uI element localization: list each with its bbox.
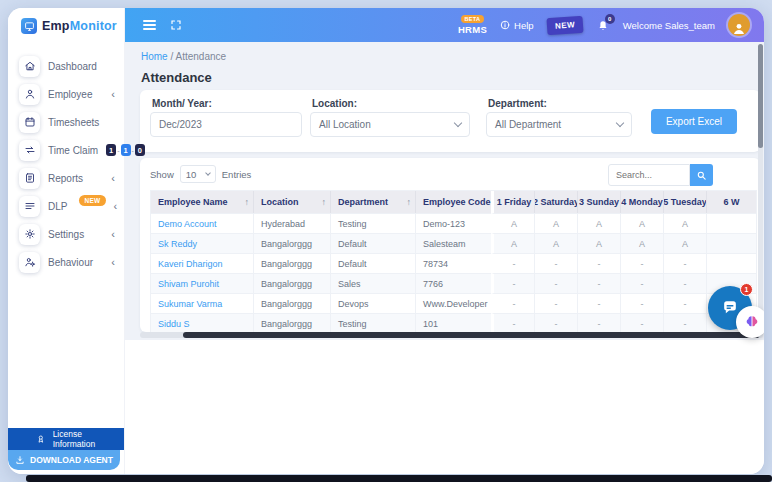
sidebar-item-label: Dashboard xyxy=(48,61,97,72)
sidebar-item-behaviour[interactable]: Behaviour‹ xyxy=(8,248,124,276)
employee-code-cell: Www.Developer xyxy=(415,293,491,313)
sidebar-item-time-claim[interactable]: Time Claim1-1-0 xyxy=(8,136,124,164)
sort-icon: ↑ xyxy=(322,197,327,207)
attendance-cell: - xyxy=(620,313,663,332)
employee-name-link[interactable]: Siddu S xyxy=(151,313,253,332)
page-size-select[interactable]: 10 xyxy=(180,165,216,183)
chevron-down-icon xyxy=(454,118,462,126)
attendance-cell: A xyxy=(663,233,706,253)
download-icon xyxy=(15,455,25,465)
show-label: Show xyxy=(150,169,174,180)
notification-count-badge: 0 xyxy=(605,14,615,24)
empmonitor-logo[interactable]: EmpMonitor xyxy=(8,8,124,44)
sidebar-item-dlp[interactable]: DLPNEW‹ xyxy=(8,192,124,220)
employee-code-cell: 101 xyxy=(415,313,491,332)
sidebar-item-timesheets[interactable]: Timesheets xyxy=(8,108,124,136)
logo-icon xyxy=(21,18,37,34)
column-header-department[interactable]: Department↑ xyxy=(330,191,415,213)
location-cell: Bangalorggg xyxy=(253,313,330,332)
new-feature-badge[interactable]: NEW xyxy=(546,15,583,34)
day-column-header[interactable]: 5 Tuesday xyxy=(663,191,706,213)
timesheets-icon xyxy=(19,112,40,133)
attendance-cell: - xyxy=(577,273,620,293)
dlp-icon xyxy=(19,196,40,217)
download-agent-button[interactable]: DOWNLOAD AGENT xyxy=(8,450,120,470)
department-select[interactable]: All Department xyxy=(486,112,632,137)
location-label: Location: xyxy=(312,98,357,109)
time-claim-count-badges: 1-1-0 xyxy=(106,144,145,156)
user-avatar[interactable] xyxy=(728,14,750,36)
user-icon xyxy=(731,20,747,36)
table-row: Sukumar VarmaBangalorgggDevopsWww.Develo… xyxy=(151,293,756,313)
info-icon xyxy=(500,20,510,30)
attendance-cell: - xyxy=(577,313,620,332)
department-cell: Testing xyxy=(330,213,415,233)
notifications-button[interactable]: 0 xyxy=(596,18,610,32)
attendance-cell: A xyxy=(577,233,620,253)
license-badge-icon xyxy=(36,434,46,444)
sidebar-item-reports[interactable]: Reports‹ xyxy=(8,164,124,192)
attendance-cell: - xyxy=(663,253,706,273)
employee-name-link[interactable]: Kaveri Dharigon xyxy=(151,253,253,273)
location-cell: Bangalorggg xyxy=(253,253,330,273)
month-year-input[interactable]: Dec/2023 xyxy=(150,112,302,137)
column-header-employee-code[interactable]: Employee Code↑ xyxy=(415,191,491,213)
attendance-cell: - xyxy=(491,313,534,332)
attendance-cell xyxy=(706,213,756,233)
home-icon xyxy=(19,56,40,77)
attendance-cell xyxy=(706,253,756,273)
vertical-scrollbar-thumb[interactable] xyxy=(758,44,763,148)
sidebar-item-settings[interactable]: Settings‹ xyxy=(8,220,124,248)
attendance-cell: A xyxy=(663,213,706,233)
column-header-location[interactable]: Location↑ xyxy=(253,191,330,213)
employee-name-link[interactable]: Demo Account xyxy=(151,213,253,233)
filters-panel: Month/ Year: Dec/2023 Location: All Loca… xyxy=(140,90,760,152)
entries-label: Entries xyxy=(222,169,252,180)
employee-name-link[interactable]: Sk Reddy xyxy=(151,233,253,253)
employee-name-link[interactable]: Shivam Purohit xyxy=(151,273,253,293)
location-select[interactable]: All Location xyxy=(310,112,470,137)
fullscreen-icon[interactable] xyxy=(170,19,182,31)
column-header-employee-name[interactable]: Employee Name↑ xyxy=(151,191,253,213)
help-button[interactable]: Help xyxy=(500,20,534,31)
top-bar: BETA HRMS Help NEW 0 Welcome Sales_team xyxy=(125,8,764,42)
attendance-cell: - xyxy=(534,273,577,293)
hrms-menu[interactable]: BETA HRMS xyxy=(458,15,487,35)
hamburger-menu-icon[interactable] xyxy=(143,20,156,30)
horizontal-scrollbar-thumb[interactable] xyxy=(183,332,760,338)
department-cell: Sales xyxy=(330,273,415,293)
attendance-cell: A xyxy=(620,213,663,233)
day-column-header[interactable]: 6 W xyxy=(706,191,756,213)
sidebar-item-label: DLP xyxy=(48,201,67,212)
reports-icon xyxy=(19,168,40,189)
day-column-header[interactable]: 2 Saturday xyxy=(534,191,577,213)
sidebar-item-dashboard[interactable]: Dashboard xyxy=(8,52,124,80)
license-information-button[interactable]: License Information xyxy=(8,428,124,450)
search-button[interactable] xyxy=(690,164,713,186)
app-window: BETA HRMS Help NEW 0 Welcome Sales_team xyxy=(8,8,764,474)
day-column-header[interactable]: 4 Monday xyxy=(620,191,663,213)
export-excel-button[interactable]: Export Excel xyxy=(651,109,737,134)
attendance-cell: - xyxy=(663,293,706,313)
employee-code-cell: 78734 xyxy=(415,253,491,273)
attendance-cell: - xyxy=(663,313,706,332)
search-input[interactable] xyxy=(608,164,690,186)
window-bottom-edge xyxy=(26,475,772,482)
count-badge: 1 xyxy=(106,144,116,156)
employee-name-link[interactable]: Sukumar Varma xyxy=(151,293,253,313)
sort-icon: ↑ xyxy=(407,197,412,207)
breadcrumb-current: Attendance xyxy=(175,51,226,62)
chevron-down-icon xyxy=(616,118,624,126)
beta-badge: BETA xyxy=(461,15,485,23)
ai-assistant-button[interactable] xyxy=(736,306,764,338)
day-column-header[interactable]: 3 Sunday xyxy=(577,191,620,213)
sidebar-item-employee[interactable]: Employee‹ xyxy=(8,80,124,108)
sort-icon: ↑ xyxy=(245,197,250,207)
table-header-row: Employee Name↑Location↑Department↑Employ… xyxy=(151,191,756,213)
brain-icon xyxy=(744,314,760,330)
welcome-text: Welcome Sales_team xyxy=(623,20,715,31)
chevron-left-icon: ‹ xyxy=(114,201,118,212)
day-column-header[interactable]: 1 Friday xyxy=(491,191,534,213)
breadcrumb-home-link[interactable]: Home xyxy=(141,51,168,62)
main-content: Home / Attendance Attendance Month/ Year… xyxy=(125,42,764,474)
